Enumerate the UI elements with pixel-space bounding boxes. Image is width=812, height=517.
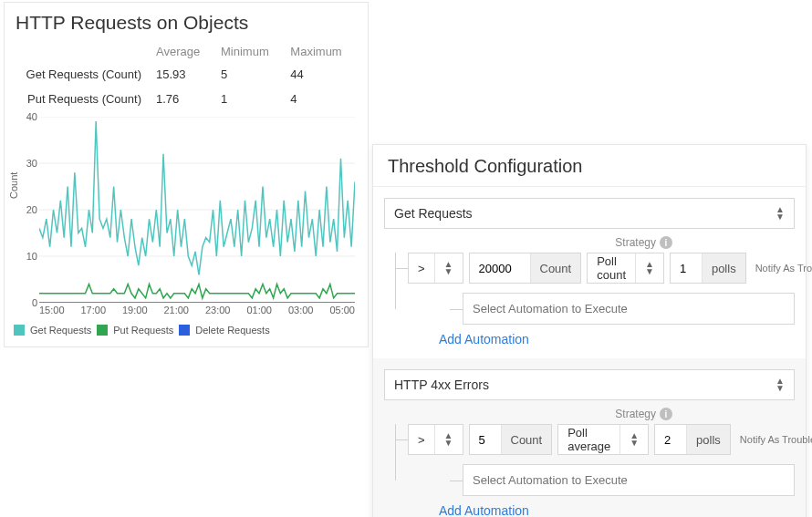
sort-arrows-icon: ▲▼ bbox=[776, 206, 785, 221]
automation-row bbox=[463, 293, 795, 325]
automation-select[interactable] bbox=[463, 464, 795, 496]
sort-arrows-icon: ▲▼ bbox=[444, 432, 453, 447]
info-icon[interactable]: i bbox=[660, 236, 672, 249]
legend-swatch bbox=[179, 325, 190, 336]
condition-row: > ▲▼ Count Poll count ▲▼ polls Notify As… bbox=[408, 253, 795, 284]
sort-arrows-icon: ▲▼ bbox=[645, 261, 654, 275]
polls-input[interactable] bbox=[664, 433, 677, 447]
threshold-card: Threshold Configuration Get Requests ▲▼ … bbox=[372, 144, 807, 517]
unit-label: Count bbox=[530, 253, 581, 283]
strategy-label-row: Strategy i bbox=[384, 236, 795, 249]
stats-header-avg: Average bbox=[151, 41, 215, 62]
y-tick-labels: 010203040 bbox=[19, 117, 37, 303]
legend-swatch bbox=[14, 325, 25, 336]
row-avg: 15.93 bbox=[151, 62, 215, 87]
chart-area: Count 010203040 15:0017:0019:0021:0023:0… bbox=[14, 117, 359, 317]
notify-label: Notify As Trouble bbox=[736, 424, 812, 455]
chart-plot bbox=[39, 117, 355, 303]
row-max: 44 bbox=[285, 62, 359, 87]
strategy-value: Poll count bbox=[597, 254, 626, 282]
sort-arrows-icon: ▲▼ bbox=[444, 261, 453, 275]
value-input-group: Count bbox=[469, 253, 582, 284]
strategy-label: Strategy bbox=[615, 236, 656, 249]
threshold-section: HTTP 4xx Errors ▲▼ Strategy i > ▲▼ Count… bbox=[373, 358, 806, 517]
polls-input-group: polls bbox=[654, 424, 731, 455]
automation-row bbox=[463, 464, 795, 496]
metric-select[interactable]: Get Requests ▲▼ bbox=[384, 198, 795, 229]
table-row: Get Requests (Count) 15.93 5 44 bbox=[14, 62, 359, 87]
operator-select[interactable]: > ▲▼ bbox=[408, 424, 463, 455]
polls-input[interactable] bbox=[680, 262, 692, 275]
legend-swatch bbox=[97, 325, 108, 336]
metric-select[interactable]: HTTP 4xx Errors ▲▼ bbox=[384, 369, 795, 400]
threshold-value-input[interactable] bbox=[479, 262, 521, 275]
stats-header-min: Minimum bbox=[215, 41, 285, 62]
unit-label: Count bbox=[501, 425, 552, 454]
card-title: HTTP Requests on Objects bbox=[16, 12, 359, 34]
sort-arrows-icon: ▲▼ bbox=[776, 377, 785, 392]
stats-header-blank bbox=[14, 41, 151, 62]
gt-label: > bbox=[418, 433, 425, 447]
threshold-section: Get Requests ▲▼ Strategy i > ▲▼ Count Po… bbox=[373, 187, 806, 358]
value-input-group: Count bbox=[469, 424, 553, 455]
metric-select-value: Get Requests bbox=[394, 206, 473, 221]
stats-table: Average Minimum Maximum Get Requests (Co… bbox=[14, 41, 359, 111]
threshold-value-input[interactable] bbox=[479, 433, 492, 447]
row-name: Get Requests (Count) bbox=[14, 62, 151, 87]
polls-input-group: polls bbox=[670, 253, 746, 284]
strategy-label: Strategy bbox=[615, 408, 656, 420]
table-row: Put Requests (Count) 1.76 1 4 bbox=[14, 87, 359, 111]
polls-unit-label: polls bbox=[702, 253, 745, 283]
metric-select-value: HTTP 4xx Errors bbox=[394, 377, 489, 392]
condition-row: > ▲▼ Count Poll average ▲▼ polls Notify … bbox=[408, 424, 795, 455]
operator-select[interactable]: > ▲▼ bbox=[408, 253, 463, 284]
row-name: Put Requests (Count) bbox=[14, 87, 151, 111]
strategy-select[interactable]: Poll average ▲▼ bbox=[557, 424, 649, 455]
strategy-select[interactable]: Poll count ▲▼ bbox=[587, 253, 664, 284]
legend-label: Put Requests bbox=[113, 325, 173, 336]
row-min: 1 bbox=[215, 87, 285, 111]
add-automation-link[interactable]: Add Automation bbox=[439, 332, 529, 346]
stats-header-max: Maximum bbox=[285, 41, 359, 62]
y-axis-label: Count bbox=[8, 172, 19, 199]
x-tick-labels: 15:0017:0019:0021:0023:0001:0003:0005:00 bbox=[39, 305, 355, 317]
strategy-value: Poll average bbox=[567, 426, 610, 453]
http-requests-card: HTTP Requests on Objects Average Minimum… bbox=[4, 2, 369, 347]
gt-label: > bbox=[418, 262, 425, 275]
strategy-label-row: Strategy i bbox=[384, 408, 795, 420]
row-min: 5 bbox=[215, 62, 285, 87]
automation-select[interactable] bbox=[463, 293, 795, 325]
info-icon[interactable]: i bbox=[660, 408, 672, 420]
row-max: 4 bbox=[285, 87, 359, 111]
threshold-title: Threshold Configuration bbox=[373, 145, 806, 187]
condition-tree: > ▲▼ Count Poll average ▲▼ polls Notify … bbox=[384, 424, 795, 496]
chart-legend: Get Requests Put Requests Delete Request… bbox=[14, 325, 359, 336]
sort-arrows-icon: ▲▼ bbox=[630, 432, 639, 447]
legend-label: Get Requests bbox=[30, 325, 91, 336]
legend-label: Delete Requests bbox=[195, 325, 269, 336]
row-avg: 1.76 bbox=[151, 87, 215, 111]
condition-tree: > ▲▼ Count Poll count ▲▼ polls Notify As… bbox=[384, 253, 795, 325]
notify-label: Notify As Trouble bbox=[752, 253, 812, 284]
polls-unit-label: polls bbox=[686, 425, 730, 454]
add-automation-link[interactable]: Add Automation bbox=[439, 503, 529, 517]
